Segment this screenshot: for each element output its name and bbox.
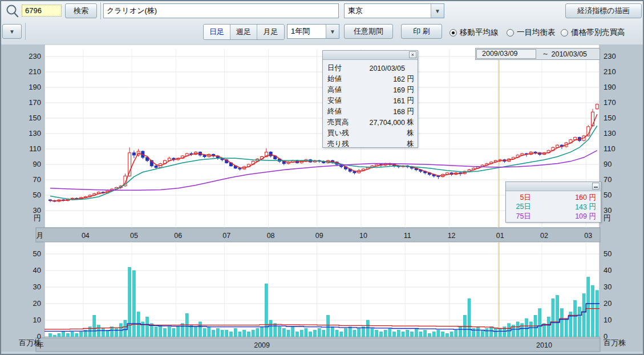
svg-text:230: 230 [604, 52, 616, 60]
svg-text:110: 110 [29, 144, 41, 153]
date-range-separator: ～ [536, 49, 552, 59]
svg-text:130: 130 [604, 129, 616, 138]
svg-text:170: 170 [604, 98, 616, 107]
svg-text:2010: 2010 [536, 341, 552, 349]
tab-daily[interactable]: 日足 [204, 25, 230, 39]
toolbar: 検索 東京 ▼ 経済指標の描画 ▼ 日足 週足 月足 1年間 ▼ 任意期間 印 … [0, 0, 644, 45]
svg-text:11: 11 [404, 232, 411, 240]
svg-text:05: 05 [130, 232, 138, 240]
exchange-value: 東京 [345, 4, 431, 18]
svg-text:130: 130 [29, 129, 41, 138]
info-row-low: 安値161円 [327, 95, 414, 106]
svg-text:円: 円 [34, 213, 41, 222]
svg-text:10: 10 [33, 316, 41, 324]
svg-text:12: 12 [448, 232, 456, 240]
close-icon[interactable]: × [409, 51, 416, 58]
year-axis-strip [36, 338, 600, 352]
print-button[interactable]: 印 刷 [401, 24, 442, 39]
tab-monthly[interactable]: 月足 [257, 25, 284, 39]
ma-legend-panel: 5日160円 25日143円 75日109円 [505, 181, 601, 223]
svg-text:50: 50 [604, 249, 611, 258]
minimize-icon[interactable] [592, 183, 600, 189]
info-row-open: 始値162円 [327, 74, 414, 84]
info-row-margin-buy: 買い残株 [327, 128, 414, 139]
svg-text:70: 70 [604, 175, 611, 184]
timeframe-tabs: 日足 週足 月足 [203, 24, 285, 40]
legend-row-ma25: 25日143円 [512, 203, 596, 212]
svg-text:2009: 2009 [254, 341, 270, 349]
svg-text:90: 90 [604, 160, 611, 168]
svg-text:04: 04 [82, 232, 90, 240]
svg-text:190: 190 [29, 83, 41, 91]
svg-text:30: 30 [33, 283, 41, 291]
svg-text:10: 10 [604, 316, 611, 324]
svg-text:150: 150 [604, 114, 616, 122]
radio-volume-by-price[interactable]: 価格帯別売買高 [561, 27, 625, 38]
svg-text:40: 40 [33, 266, 41, 275]
svg-text:50: 50 [33, 249, 41, 258]
svg-text:210: 210 [29, 67, 41, 76]
radio-label: 一目均衡表 [517, 27, 556, 38]
info-row-date: 日付2010/03/05 [327, 63, 414, 74]
svg-text:190: 190 [604, 83, 616, 91]
svg-text:百万株: 百万株 [604, 338, 626, 347]
radio-label: 価格帯別売買高 [571, 27, 625, 38]
svg-text:01: 01 [496, 232, 504, 240]
chevron-down-icon: ▼ [9, 29, 15, 35]
svg-text:02: 02 [540, 232, 548, 240]
radio-dot-icon [561, 29, 568, 37]
exchange-select[interactable]: 東京 ▼ [344, 3, 444, 18]
range-value: 1年間 [287, 25, 326, 38]
radio-dot-icon [449, 29, 457, 37]
svg-text:150: 150 [29, 114, 41, 122]
svg-text:20: 20 [33, 299, 41, 308]
info-row-margin-sell: 売り残株 [327, 139, 414, 150]
svg-text:月: 月 [37, 231, 44, 240]
svg-text:07: 07 [222, 232, 230, 240]
svg-text:20: 20 [604, 299, 611, 308]
svg-text:年: 年 [37, 341, 44, 349]
radio-moving-average[interactable]: 移動平均線 [449, 27, 499, 38]
search-icon [5, 3, 19, 18]
svg-text:30: 30 [604, 283, 611, 291]
svg-text:110: 110 [604, 144, 615, 153]
tab-weekly[interactable]: 週足 [230, 25, 257, 39]
search-button[interactable]: 検索 [65, 3, 97, 18]
stock-chart-window: 検索 東京 ▼ 経済指標の描画 ▼ 日足 週足 月足 1年間 ▼ 任意期間 印 … [0, 0, 644, 355]
legend-row-ma5: 5日160円 [512, 193, 596, 203]
info-row-high: 高値169円 [327, 84, 414, 95]
svg-text:06: 06 [174, 232, 182, 240]
stock-code-input[interactable] [22, 5, 62, 17]
radio-dot-icon [507, 29, 514, 37]
date-from-field[interactable]: 2009/03/09 [476, 49, 536, 59]
legend-row-ma75: 75日109円 [512, 212, 596, 221]
radio-label: 移動平均線 [460, 27, 499, 38]
svg-text:170: 170 [29, 98, 41, 107]
toolbar-divider [25, 23, 26, 40]
range-select[interactable]: 1年間 ▼ [287, 24, 339, 39]
svg-text:09: 09 [315, 232, 323, 240]
chevron-down-icon[interactable]: ▼ [326, 25, 339, 38]
svg-text:210: 210 [604, 67, 616, 76]
svg-text:90: 90 [33, 160, 41, 168]
custom-period-button[interactable]: 任意期間 [344, 24, 393, 39]
svg-text:円: 円 [604, 213, 611, 222]
collapse-panel-button[interactable]: ▼ [2, 24, 22, 39]
quote-info-panel: × 日付2010/03/05 始値162円 高値169円 安値161円 終値16… [322, 50, 418, 148]
stock-name-input[interactable] [103, 3, 339, 18]
svg-text:70: 70 [33, 175, 41, 184]
radio-ichimoku[interactable]: 一目均衡表 [507, 27, 556, 38]
svg-text:40: 40 [604, 266, 611, 275]
panel-title-bar[interactable]: × [323, 51, 418, 60]
panel-title-bar[interactable] [506, 182, 601, 191]
toolbar-divider [100, 2, 101, 19]
svg-text:03: 03 [584, 232, 592, 240]
chevron-down-icon[interactable]: ▼ [431, 4, 444, 18]
economic-indicator-button[interactable]: 経済指標の描画 [565, 3, 642, 18]
svg-text:230: 230 [29, 52, 41, 60]
info-row-close: 終値168円 [327, 106, 414, 117]
date-range-control[interactable]: 2009/03/09 ～ 2010/03/05 [475, 48, 600, 60]
svg-text:10: 10 [359, 232, 367, 240]
svg-text:50: 50 [604, 191, 611, 199]
date-to-field[interactable]: 2010/03/05 [552, 50, 588, 58]
